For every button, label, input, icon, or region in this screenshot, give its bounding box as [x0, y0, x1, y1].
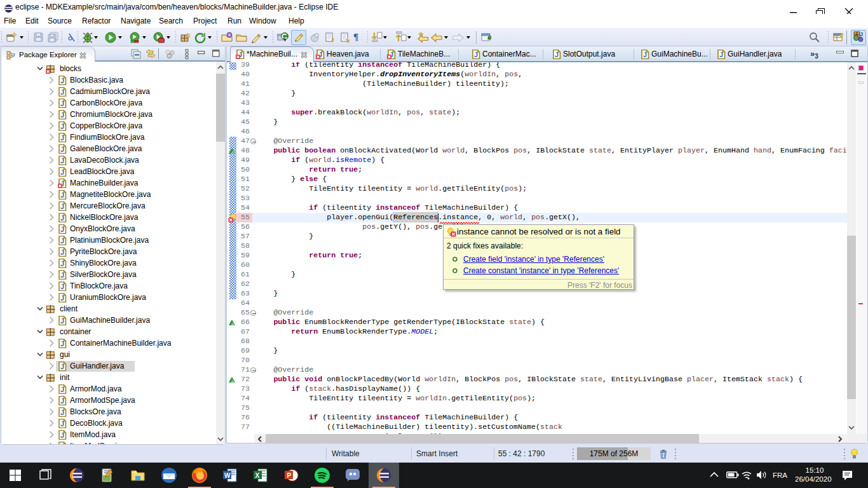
svg-text:P: P: [287, 472, 292, 479]
svg-text:W: W: [224, 472, 231, 479]
svg-text:J: J: [860, 31, 863, 37]
svg-text:J: J: [12, 52, 15, 58]
svg-text:X: X: [255, 472, 260, 479]
